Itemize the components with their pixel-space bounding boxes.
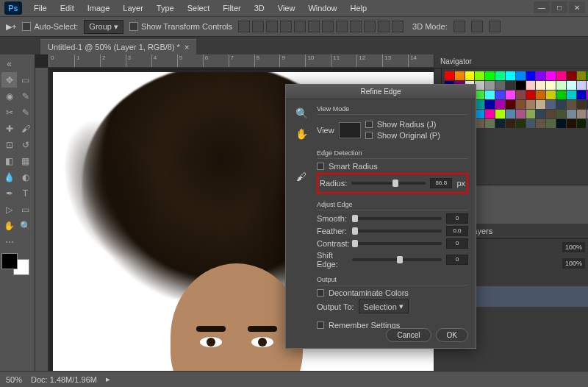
distribute-icon[interactable] [350,21,362,32]
close-button[interactable]: ✕ [569,1,585,13]
swatch[interactable] [556,110,566,118]
swatch[interactable] [506,90,515,99]
menu-type[interactable]: Type [151,1,180,15]
swatch[interactable] [556,119,566,128]
swatch[interactable] [556,71,566,80]
move-tool[interactable]: ✥ [1,72,17,88]
swatch[interactable] [495,119,505,128]
collapse-icon[interactable]: « [1,56,17,71]
show-original-checkbox[interactable] [365,132,373,139]
feather-value[interactable]: 0.0 [446,226,468,236]
swatch[interactable] [465,71,475,80]
hand-tool-icon[interactable]: ✋ [293,126,309,142]
swatch[interactable] [536,71,545,80]
swatch[interactable] [556,100,566,109]
quick-select-tool[interactable]: ✎ [18,88,33,104]
swatch[interactable] [567,119,576,128]
swatch[interactable] [526,110,536,118]
swatch[interactable] [546,90,556,99]
mode-3d-icon[interactable] [471,21,483,32]
swatch[interactable] [536,119,545,128]
swatch[interactable] [445,71,454,80]
pen-tool[interactable]: ✒ [1,185,17,201]
navigator-tab[interactable]: Navigator [434,54,588,69]
minimize-button[interactable]: — [534,1,550,13]
smooth-slider[interactable] [352,217,442,220]
history-brush-tool[interactable]: ↺ [18,137,33,152]
align-icon[interactable] [252,21,264,32]
shift-edge-value[interactable]: 0 [446,255,468,265]
swatch[interactable] [577,110,587,118]
swatch[interactable] [516,81,526,90]
swatch[interactable] [475,90,484,99]
zoom-tool[interactable]: 🔍 [18,218,33,233]
align-icon[interactable] [308,21,320,32]
remember-checkbox[interactable] [317,322,324,329]
swatch[interactable] [475,110,484,118]
swatch[interactable] [536,110,545,118]
shape-tool[interactable]: ▭ [18,202,33,217]
swatch[interactable] [506,81,515,90]
ok-button[interactable]: OK [436,328,468,342]
swatch[interactable] [475,81,484,90]
swatch[interactable] [506,100,515,109]
swatch[interactable] [475,100,484,109]
auto-select-option[interactable]: Auto-Select: [22,22,78,31]
zoom-level[interactable]: 50% [6,375,22,384]
document-tab[interactable]: Untitled-1 @ 50% (Layer 1, RGB/8) * × [40,39,196,54]
swatch[interactable] [556,81,566,90]
auto-select-dropdown[interactable]: Group ▾ [84,20,123,34]
swatch[interactable] [526,81,536,90]
cancel-button[interactable]: Cancel [386,328,431,342]
swatch[interactable] [567,71,576,80]
swatch[interactable] [506,71,515,80]
swatch[interactable] [516,90,526,99]
menu-3d[interactable]: 3D [248,1,270,15]
swatch[interactable] [516,119,526,128]
mode-3d-icon[interactable] [453,21,465,32]
swatch[interactable] [546,81,556,90]
auto-select-checkbox[interactable] [22,22,31,31]
swatch[interactable] [485,119,495,128]
align-icon[interactable] [266,21,278,32]
decontaminate-checkbox[interactable] [317,289,324,297]
swatch[interactable] [516,110,526,118]
eyedropper-tool[interactable]: ✎ [18,104,33,120]
align-icon[interactable] [238,21,250,32]
show-transform-option[interactable]: Show Transform Controls [129,22,232,31]
close-tab-icon[interactable]: × [184,43,189,52]
distribute-icon[interactable] [322,21,334,32]
opacity-value[interactable]: 100% [562,242,585,252]
align-icon[interactable] [280,21,292,32]
distribute-icon[interactable] [364,21,376,32]
lasso-tool[interactable]: ◉ [1,88,17,104]
radius-slider[interactable] [351,182,426,185]
swatch[interactable] [567,90,576,99]
swatch[interactable] [495,71,505,80]
healing-tool[interactable]: ✚ [1,121,17,136]
menu-help[interactable]: Help [345,1,373,15]
swatch[interactable] [526,100,536,109]
align-icon[interactable] [294,21,306,32]
swatch[interactable] [485,81,495,90]
chevron-right-icon[interactable]: ▸ [106,374,110,384]
swatch[interactable] [495,100,505,109]
contrast-value[interactable]: 0 [446,238,468,249]
menu-file[interactable]: File [28,1,53,15]
swatch[interactable] [475,71,484,80]
path-tool[interactable]: ▷ [1,202,17,217]
distribute-icon[interactable] [336,21,348,32]
menu-select[interactable]: Select [182,1,216,15]
swatch[interactable] [546,110,556,118]
brush-tool[interactable]: 🖌 [18,121,33,136]
gradient-tool[interactable]: ▦ [18,153,33,168]
distribute-icon[interactable] [378,21,390,32]
swatch[interactable] [495,90,505,99]
blur-tool[interactable]: 💧 [1,169,17,185]
swatch[interactable] [516,71,526,80]
swatch[interactable] [567,81,576,90]
menu-layer[interactable]: Layer [117,1,149,15]
swatch[interactable] [495,110,505,118]
mode-3d-icon[interactable] [489,21,501,32]
crop-tool[interactable]: ✂ [1,104,17,120]
